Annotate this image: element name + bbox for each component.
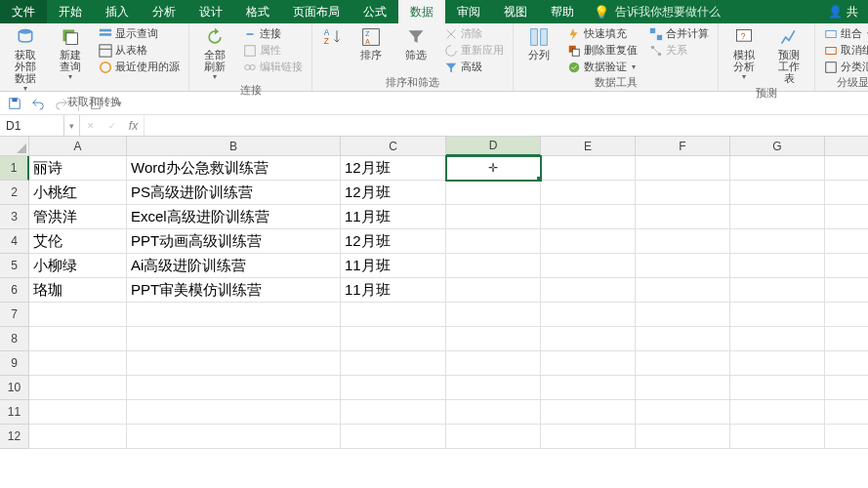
cell-B6[interactable]: PPT审美模仿训练营 [127, 278, 341, 303]
cell-D1[interactable]: ✛ [446, 156, 541, 181]
clear-filter-button[interactable]: 清除 [441, 25, 507, 42]
col-header-C[interactable]: C [341, 137, 446, 156]
cell-H4[interactable] [825, 229, 868, 254]
cell-G3[interactable] [730, 205, 825, 229]
row-header-9[interactable]: 9 [0, 351, 29, 376]
qat-dropdown[interactable]: ▾ [110, 95, 128, 112]
cell-D6[interactable] [446, 278, 541, 303]
tab-file[interactable]: 文件 [0, 0, 47, 23]
cell-H5[interactable] [825, 254, 868, 278]
tab-审阅[interactable]: 审阅 [445, 0, 492, 23]
cell-C10[interactable] [341, 376, 446, 400]
filter-button[interactable]: 筛选 [396, 25, 435, 62]
cell-E8[interactable] [541, 327, 636, 351]
cell-A7[interactable] [29, 303, 127, 327]
cell-F8[interactable] [636, 327, 730, 351]
share-button[interactable]: 👤 共 [818, 0, 868, 23]
tab-开始[interactable]: 开始 [47, 0, 94, 23]
cell-C6[interactable]: 11月班 [341, 278, 446, 303]
cell-A10[interactable] [29, 376, 127, 400]
cell-C1[interactable]: 12月班 [341, 156, 446, 181]
cell-C9[interactable] [341, 351, 446, 376]
group-rows-button[interactable]: 组合▾ [821, 25, 868, 42]
properties-button[interactable]: 属性 [240, 42, 306, 59]
cell-F10[interactable] [636, 376, 730, 400]
cell-F7[interactable] [636, 303, 730, 327]
cell-H9[interactable] [825, 351, 868, 376]
cell-D7[interactable] [446, 303, 541, 327]
cell-D3[interactable] [446, 205, 541, 229]
cell-D9[interactable] [446, 351, 541, 376]
fx-icon[interactable]: fx [123, 115, 145, 136]
row-header-5[interactable]: 5 [0, 254, 29, 278]
tab-页面布局[interactable]: 页面布局 [281, 0, 351, 23]
cell-H10[interactable] [825, 376, 868, 400]
cell-G9[interactable] [730, 351, 825, 376]
relationships-button[interactable]: 关系 [646, 42, 712, 59]
cell-D2[interactable] [446, 181, 541, 205]
tab-数据[interactable]: 数据 [398, 0, 445, 23]
cell-A3[interactable]: 管洪洋 [29, 205, 127, 229]
qat-button[interactable] [87, 95, 104, 112]
cell-G5[interactable] [730, 254, 825, 278]
col-header-E[interactable]: E [541, 137, 636, 156]
row-header-3[interactable]: 3 [0, 205, 29, 229]
cell-E1[interactable] [541, 156, 636, 181]
cell-A11[interactable] [29, 400, 127, 425]
cell-D11[interactable] [446, 400, 541, 425]
row-header-2[interactable]: 2 [0, 181, 29, 205]
cell-G1[interactable] [730, 156, 825, 181]
col-header-D[interactable]: D [446, 137, 541, 156]
row-header-4[interactable]: 4 [0, 229, 29, 254]
cell-C2[interactable]: 12月班 [341, 181, 446, 205]
tab-帮助[interactable]: 帮助 [539, 0, 586, 23]
refresh-all-button[interactable]: 全部刷新 ▾ [195, 25, 234, 83]
cell-B10[interactable] [127, 376, 341, 400]
cell-A2[interactable]: 小桃红 [29, 181, 127, 205]
sort-asc-button[interactable]: AZ [318, 25, 346, 51]
undo-button[interactable] [29, 95, 47, 112]
cell-H1[interactable] [825, 156, 868, 181]
cell-B3[interactable]: Excel高级进阶训练营 [127, 205, 341, 229]
col-header-H[interactable]: H [825, 137, 868, 156]
sort-button[interactable]: ZA 排序 [351, 25, 391, 62]
cell-F5[interactable] [636, 254, 730, 278]
formula-input[interactable] [145, 115, 868, 136]
cell-E3[interactable] [541, 205, 636, 229]
cell-G4[interactable] [730, 229, 825, 254]
cell-H2[interactable] [825, 181, 868, 205]
cell-B5[interactable]: Ai高级进阶训练营 [127, 254, 341, 278]
cell-B1[interactable]: Word办公急救训练营 [127, 156, 341, 181]
whatif-button[interactable]: ? 模拟分析 ▾ [724, 25, 764, 83]
row-header-11[interactable]: 11 [0, 400, 29, 425]
reapply-button[interactable]: 重新应用 [441, 42, 507, 59]
col-header-F[interactable]: F [636, 137, 730, 156]
cell-E9[interactable] [541, 351, 636, 376]
cell-B11[interactable] [127, 400, 341, 425]
flash-fill-button[interactable]: 快速填充 [564, 25, 641, 42]
cell-C12[interactable] [341, 425, 446, 449]
row-header-10[interactable]: 10 [0, 376, 29, 400]
cell-A1[interactable]: 丽诗 [29, 156, 127, 181]
from-table-button[interactable]: 从表格 [96, 42, 183, 59]
cell-C3[interactable]: 11月班 [341, 205, 446, 229]
redo-button[interactable] [53, 95, 70, 112]
cell-F4[interactable] [636, 229, 730, 254]
forecast-sheet-button[interactable]: 预测 工作表 [769, 25, 808, 86]
cell-G11[interactable] [730, 400, 825, 425]
tell-me-search[interactable]: 💡 告诉我你想要做什么 [594, 0, 721, 23]
row-header-6[interactable]: 6 [0, 278, 29, 303]
save-button[interactable] [6, 95, 23, 112]
cell-E11[interactable] [541, 400, 636, 425]
cell-C5[interactable]: 11月班 [341, 254, 446, 278]
select-all-corner[interactable] [0, 137, 29, 156]
cell-C8[interactable] [341, 327, 446, 351]
cell-D5[interactable] [446, 254, 541, 278]
tab-插入[interactable]: 插入 [94, 0, 141, 23]
tab-公式[interactable]: 公式 [351, 0, 398, 23]
cell-E2[interactable] [541, 181, 636, 205]
row-header-12[interactable]: 12 [0, 425, 29, 449]
tab-视图[interactable]: 视图 [492, 0, 539, 23]
cell-H7[interactable] [825, 303, 868, 327]
cell-C4[interactable]: 12月班 [341, 229, 446, 254]
